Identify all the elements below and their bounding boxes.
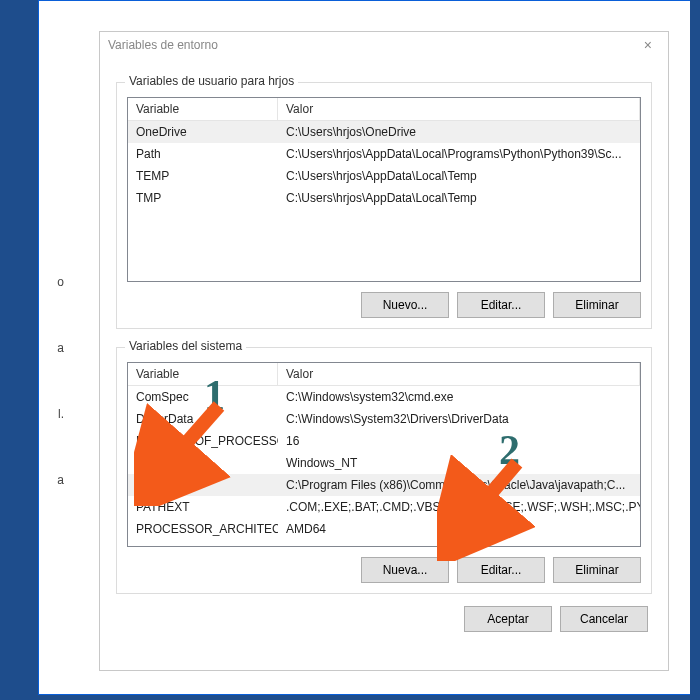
cell-variable: Path — [128, 476, 278, 494]
table-row[interactable]: DriverDataC:\Windows\System32\Drivers\Dr… — [128, 408, 640, 430]
cell-variable: OneDrive — [128, 123, 278, 141]
cell-variable: DriverData — [128, 410, 278, 428]
user-variables-list[interactable]: Variable Valor OneDriveC:\Users\hrjos\On… — [127, 97, 641, 282]
cell-variable: OS — [128, 454, 278, 472]
user-delete-button[interactable]: Eliminar — [553, 292, 641, 318]
system-group-label: Variables del sistema — [125, 339, 246, 353]
cell-value: .COM;.EXE;.BAT;.CMD;.VBS;.VBE;.JS;.JSE;.… — [278, 498, 640, 516]
cell-value: C:\Windows\System32\Drivers\DriverData — [278, 410, 640, 428]
user-edit-button[interactable]: Editar... — [457, 292, 545, 318]
column-value[interactable]: Valor — [278, 363, 640, 385]
cell-variable: TEMP — [128, 167, 278, 185]
column-variable[interactable]: Variable — [128, 98, 278, 120]
table-row[interactable]: OSWindows_NT — [128, 452, 640, 474]
system-edit-button[interactable]: Editar... — [457, 557, 545, 583]
table-row[interactable]: TEMPC:\Users\hrjos\AppData\Local\Temp — [128, 165, 640, 187]
table-row[interactable]: ComSpecC:\Windows\system32\cmd.exe — [128, 386, 640, 408]
cell-value: C:\Windows\system32\cmd.exe — [278, 388, 640, 406]
list-header: Variable Valor — [128, 363, 640, 386]
cell-value: C:\Users\hrjos\AppData\Local\Temp — [278, 189, 640, 207]
cancel-button[interactable]: Cancelar — [560, 606, 648, 632]
cell-variable: PATHEXT — [128, 498, 278, 516]
table-row[interactable]: OneDriveC:\Users\hrjos\OneDrive — [128, 121, 640, 143]
user-list-body: OneDriveC:\Users\hrjos\OneDrivePathC:\Us… — [128, 121, 640, 281]
window-frame: o a l. a Variables de entorno × Variable… — [38, 0, 690, 695]
close-icon[interactable]: × — [636, 33, 660, 57]
system-variables-list[interactable]: Variable Valor ComSpecC:\Windows\system3… — [127, 362, 641, 547]
system-list-body: ComSpecC:\Windows\system32\cmd.exeDriver… — [128, 386, 640, 546]
cell-variable: NUMBER_OF_PROCESSORS — [128, 432, 278, 450]
cell-value: Windows_NT — [278, 454, 640, 472]
table-row[interactable]: NUMBER_OF_PROCESSORS16 — [128, 430, 640, 452]
system-new-button[interactable]: Nueva... — [361, 557, 449, 583]
cell-variable: PROCESSOR_ARCHITECTURE — [128, 520, 278, 538]
ok-button[interactable]: Aceptar — [464, 606, 552, 632]
table-row[interactable]: PathC:\Users\hrjos\AppData\Local\Program… — [128, 143, 640, 165]
table-row[interactable]: PathC:\Program Files (x86)\Common Files\… — [128, 474, 640, 496]
list-header: Variable Valor — [128, 98, 640, 121]
cell-value: C:\Users\hrjos\AppData\Local\Programs\Py… — [278, 145, 640, 163]
cell-value: C:\Program Files (x86)\Common Files\Orac… — [278, 476, 640, 494]
cell-value: C:\Users\hrjos\AppData\Local\Temp — [278, 167, 640, 185]
titlebar: Variables de entorno × — [100, 32, 668, 58]
table-row[interactable]: PROCESSOR_IDENTIFIERAMD64 Family 23 Mode… — [128, 540, 640, 546]
cell-variable: TMP — [128, 189, 278, 207]
user-variables-group: Variables de usuario para hrjos Variable… — [116, 82, 652, 329]
user-group-label: Variables de usuario para hrjos — [125, 74, 298, 88]
column-value[interactable]: Valor — [278, 98, 640, 120]
env-variables-dialog: Variables de entorno × Variables de usua… — [99, 31, 669, 671]
system-button-row: Nueva... Editar... Eliminar — [127, 557, 641, 583]
background-partial-text: o a l. a — [38, 271, 64, 491]
cell-variable: Path — [128, 145, 278, 163]
cell-variable: PROCESSOR_IDENTIFIER — [128, 542, 278, 546]
dialog-button-row: Aceptar Cancelar — [116, 594, 652, 632]
dialog-title: Variables de entorno — [108, 38, 218, 52]
user-new-button[interactable]: Nuevo... — [361, 292, 449, 318]
table-row[interactable]: PATHEXT.COM;.EXE;.BAT;.CMD;.VBS;.VBE;.JS… — [128, 496, 640, 518]
column-variable[interactable]: Variable — [128, 363, 278, 385]
cell-variable: ComSpec — [128, 388, 278, 406]
cell-value: 16 — [278, 432, 640, 450]
user-button-row: Nuevo... Editar... Eliminar — [127, 292, 641, 318]
system-variables-group: Variables del sistema Variable Valor Com… — [116, 347, 652, 594]
cell-value: C:\Users\hrjos\OneDrive — [278, 123, 640, 141]
table-row[interactable]: TMPC:\Users\hrjos\AppData\Local\Temp — [128, 187, 640, 209]
cell-value: AMD64 Family 23 Model 96 Stepping 1, Aut… — [278, 542, 640, 546]
cell-value: AMD64 — [278, 520, 640, 538]
table-row[interactable]: PROCESSOR_ARCHITECTUREAMD64 — [128, 518, 640, 540]
system-delete-button[interactable]: Eliminar — [553, 557, 641, 583]
dialog-content: Variables de usuario para hrjos Variable… — [100, 58, 668, 646]
